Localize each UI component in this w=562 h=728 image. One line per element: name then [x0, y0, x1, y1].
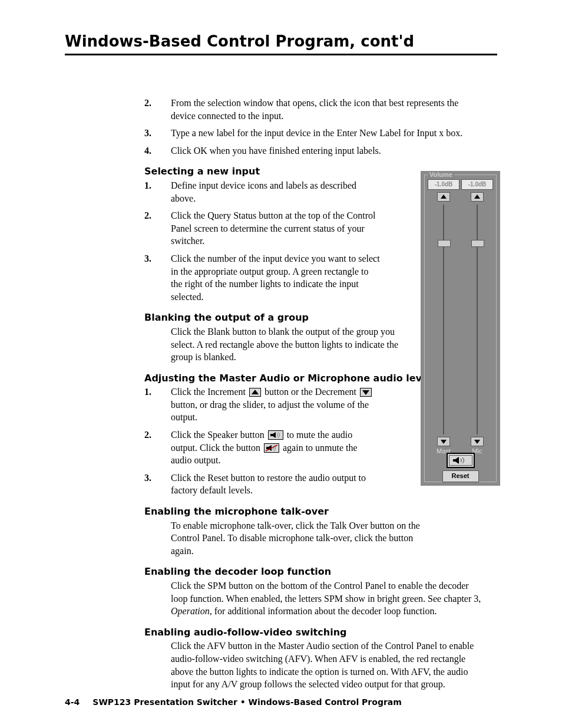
svg-marker-10 [474, 440, 480, 444]
speaker-icon [268, 430, 283, 440]
svg-marker-7 [441, 195, 447, 199]
decrement-icon [360, 388, 372, 397]
step-number: 2. [144, 97, 171, 122]
page-footer: 4-4SWP123 Presentation Switcher • Window… [65, 697, 402, 707]
volume-frame-label: Volume [428, 171, 454, 178]
page-title: Windows-Based Control Program, cont'd [65, 32, 497, 55]
page-number: 4-4 [65, 697, 80, 707]
section-title-talkover: Enabling the microphone talk-over [144, 505, 471, 518]
section-body: To enable microphone talk-over, click th… [144, 519, 436, 558]
step-text: Click OK when you have finished entering… [171, 144, 483, 157]
increment-icon [249, 388, 261, 397]
volume-panel: Volume -1.0dB Mast -1.0dB Mic Reset [421, 171, 500, 486]
master-slider-track[interactable] [441, 205, 446, 434]
svg-rect-11 [453, 459, 455, 462]
reset-button[interactable]: Reset [442, 470, 479, 482]
svg-marker-12 [455, 457, 459, 464]
step-text: Click the Reset button to restore the au… [171, 472, 380, 497]
section-title-decoder: Enabling the decoder loop function [144, 565, 483, 578]
master-decrement-button[interactable] [437, 437, 450, 446]
step-number: 3. [144, 472, 171, 497]
step-text: From the selection window that opens, cl… [171, 97, 483, 122]
step-number: 2. [144, 429, 171, 467]
step-number: 1. [144, 386, 171, 424]
speaker-muted-icon [264, 443, 279, 453]
step-text: Click the Speaker button to mute the aud… [171, 429, 380, 467]
step-text: Click the Increment button or the Decrem… [171, 386, 380, 424]
master-db-readout: -1.0dB [428, 179, 459, 190]
step-number: 3. [144, 252, 171, 303]
section-body: Click the SPM button on the bottom of th… [144, 579, 483, 618]
step-text: Define input device icons and labels as … [171, 179, 380, 205]
svg-marker-1 [362, 390, 369, 395]
svg-marker-8 [441, 440, 447, 444]
mic-slider-thumb[interactable] [471, 240, 484, 247]
mic-decrement-button[interactable] [471, 437, 484, 446]
section-title-afv: Enabling audio-follow-video switching [144, 626, 483, 639]
svg-rect-4 [266, 447, 269, 449]
step-number: 3. [144, 127, 171, 140]
step-number: 2. [144, 209, 171, 248]
svg-marker-9 [474, 195, 480, 199]
step-text: Click the number of the input device you… [171, 252, 380, 303]
master-slider-thumb[interactable] [438, 240, 451, 247]
section-body: Click the AFV button in the Master Audio… [144, 640, 483, 690]
mic-db-readout: -1.0dB [461, 179, 493, 190]
step-number: 4. [144, 144, 171, 157]
mic-increment-button[interactable] [471, 192, 484, 202]
section-body: Click the Blank button to blank the outp… [144, 325, 406, 364]
svg-marker-0 [252, 390, 259, 394]
speaker-mute-button[interactable] [447, 453, 475, 468]
step-text: Click the Query Status button at the top… [171, 209, 380, 248]
step-text: Type a new label for the input device in… [171, 127, 483, 140]
svg-marker-3 [273, 432, 276, 438]
footer-text: SWP123 Presentation Switcher • Windows-B… [92, 697, 402, 707]
step-number: 1. [144, 179, 171, 205]
master-increment-button[interactable] [437, 192, 450, 202]
svg-rect-2 [270, 434, 273, 436]
mic-slider-track[interactable] [475, 205, 480, 434]
